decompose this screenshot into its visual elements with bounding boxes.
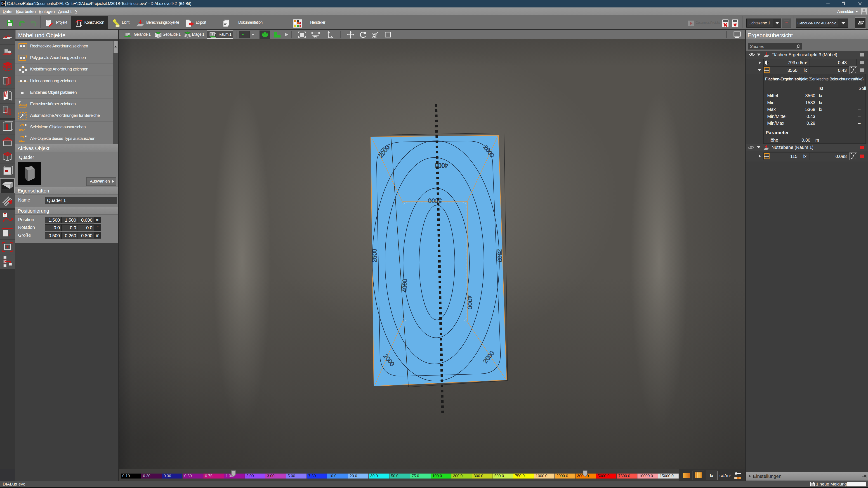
svg-text:4000: 4000 [466, 295, 473, 309]
svg-text:5000: 5000 [428, 197, 442, 204]
svg-text:2500: 2500 [496, 249, 503, 262]
svg-text:4000: 4000 [401, 279, 408, 292]
svg-text:T: T [4, 213, 6, 217]
